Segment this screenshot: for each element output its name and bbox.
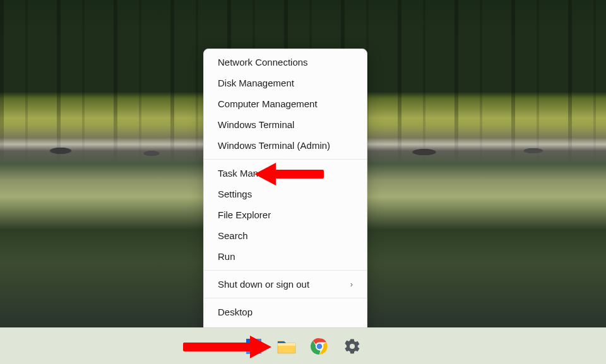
taskbar-settings-button[interactable] [342,336,363,357]
svg-rect-3 [254,347,261,354]
chevron-right-icon: › [350,279,353,289]
menu-item-windows-terminal[interactable]: Windows Terminal [204,114,367,135]
menu-item-task-manager[interactable]: Task Manager [204,163,367,184]
menu-item-label: Windows Terminal [218,119,294,130]
taskbar-file-explorer-button[interactable] [276,336,297,357]
menu-item-search[interactable]: Search [204,225,367,246]
menu-item-label: Network Connections [218,57,308,68]
menu-item-desktop[interactable]: Desktop [204,302,367,322]
menu-item-windows-terminal-admin[interactable]: Windows Terminal (Admin) [204,135,367,156]
chrome-icon [311,338,328,355]
svg-rect-1 [254,339,261,346]
menu-item-label: Computer Management [218,98,318,109]
menu-item-label: File Explorer [218,209,271,220]
taskbar-chrome-button[interactable] [309,336,330,357]
svg-rect-0 [246,339,253,346]
menu-separator [204,159,367,160]
menu-item-label: Shut down or sign out [218,279,309,290]
menu-item-run[interactable]: Run [204,246,367,267]
taskbar [0,327,606,364]
menu-item-label: Run [218,251,235,262]
menu-item-label: Windows Terminal (Admin) [218,140,330,151]
menu-item-settings[interactable]: Settings [204,184,367,204]
menu-item-label: Desktop [218,307,252,317]
menu-item-shut-down-or-sign-out[interactable]: Shut down or sign out› [204,274,367,295]
menu-separator [204,298,367,298]
svg-rect-2 [246,347,253,354]
winx-context-menu: Network ConnectionsDisk ManagementComput… [203,49,367,328]
file-explorer-icon [277,338,296,355]
menu-item-label: Disk Management [218,78,294,88]
menu-item-disk-management[interactable]: Disk Management [204,73,367,93]
menu-item-label: Search [218,230,248,241]
taskbar-start-button[interactable] [243,336,264,357]
settings-gear-icon [343,338,361,355]
menu-separator [204,270,367,271]
menu-item-label: Task Manager [218,168,277,179]
menu-item-label: Settings [218,189,252,199]
menu-item-computer-management[interactable]: Computer Management [204,93,367,114]
windows-logo-icon [245,338,263,355]
menu-item-network-connections[interactable]: Network Connections [204,52,367,73]
menu-item-file-explorer[interactable]: File Explorer [204,204,367,225]
svg-rect-4 [278,343,295,346]
